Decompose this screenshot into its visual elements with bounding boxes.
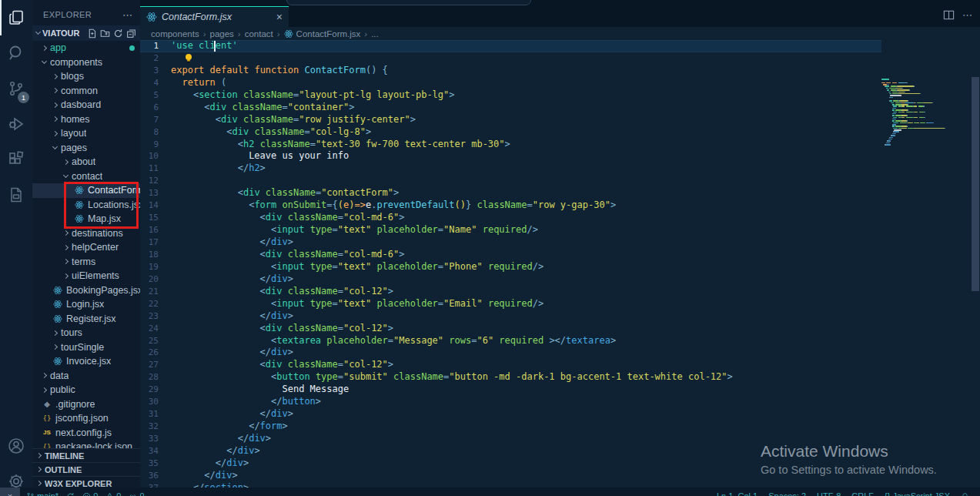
project-root-row[interactable]: VIATOUR: [32, 25, 140, 41]
refresh-icon[interactable]: [113, 28, 123, 39]
code-line[interactable]: 26 </div>: [140, 347, 980, 359]
tree-item-uielements[interactable]: uiElements: [32, 269, 140, 283]
source-control-icon[interactable]: 1: [0, 71, 32, 106]
status-item[interactable]: Spaces: 2: [768, 491, 806, 496]
new-folder-icon[interactable]: [100, 28, 110, 39]
code-line[interactable]: 22 <input type="text" placeholder="Email…: [140, 298, 980, 310]
code-line[interactable]: 11 </h2>: [140, 163, 980, 175]
status-branch-icon[interactable]: main*: [26, 491, 59, 496]
status-error-icon[interactable]: 0: [82, 491, 98, 496]
code-line[interactable]: 17 </div>: [140, 236, 980, 249]
code-line[interactable]: 7 <div className="row justify-center">: [140, 114, 980, 126]
code-line[interactable]: 14 <form onSubmit={(e)=>e.preventDefault…: [140, 199, 980, 212]
tree-item-jsconfig-json[interactable]: {}jsconfig.json: [32, 411, 140, 426]
tree-item-map-jsx[interactable]: Map.jsx: [32, 212, 140, 226]
code-line[interactable]: 24 <div className="col-12">: [140, 323, 980, 335]
code-line[interactable]: 13 <div className="contactForm">: [140, 187, 980, 199]
lightbulb-icon[interactable]: [184, 53, 193, 63]
tree-item-bookingpages-jsx[interactable]: BookingPages.jsx: [32, 283, 140, 298]
tree-item-helpcenter[interactable]: helpCenter: [32, 240, 140, 255]
code-line[interactable]: 2: [140, 52, 980, 65]
tab-contactform[interactable]: ContactForm.jsx ×: [140, 6, 289, 27]
section-timeline[interactable]: TIMELINE: [32, 448, 140, 462]
breadcrumb-item[interactable]: contact: [245, 29, 273, 39]
tree-item-toursingle[interactable]: tourSingle: [32, 340, 140, 355]
code-line[interactable]: 27 <div className="col-12">: [140, 359, 980, 371]
tree-item-common[interactable]: common: [32, 84, 140, 99]
tree-item-homes[interactable]: homes: [32, 112, 140, 127]
tree-item-contact[interactable]: contact: [32, 169, 140, 184]
code-line[interactable]: 4 return (: [140, 77, 980, 89]
tree-item-layout[interactable]: layout: [32, 126, 140, 141]
code-line[interactable]: 35 </div>: [140, 457, 980, 470]
code-line[interactable]: 9 <h2 className="text-30 fw-700 text-cen…: [140, 139, 980, 151]
tree-item-blogs[interactable]: blogs: [32, 69, 140, 84]
status-item[interactable]: {} JavaScript JSX: [885, 491, 950, 496]
notifications-bell-icon[interactable]: [961, 492, 969, 496]
command-center[interactable]: [286, 0, 531, 5]
breadcrumb-item[interactable]: pages: [210, 29, 234, 39]
status-sync-icon[interactable]: [66, 492, 75, 496]
status-item[interactable]: CRLF: [851, 491, 874, 496]
tree-item-about[interactable]: about: [32, 155, 140, 169]
code-line[interactable]: 21 <div className="col-12">: [140, 286, 980, 298]
code-line[interactable]: 16 <input type="text" placeholder="Name"…: [140, 224, 980, 236]
code-line[interactable]: 18 <div className="col-md-6">: [140, 249, 980, 261]
code-line[interactable]: 23 </div>: [140, 310, 980, 323]
breadcrumb-item[interactable]: ContactForm.jsx: [284, 29, 361, 39]
tree-item-data[interactable]: data: [32, 369, 140, 384]
code-line[interactable]: 34 </div>: [140, 445, 980, 457]
account-icon[interactable]: [0, 428, 32, 464]
tab-close-icon[interactable]: ×: [276, 11, 283, 23]
new-file-icon[interactable]: [87, 28, 97, 39]
split-editor-icon[interactable]: [943, 9, 955, 21]
tree-item-terms[interactable]: terms: [32, 255, 140, 270]
mpu-document-icon[interactable]: [0, 177, 32, 213]
breadcrumb-item[interactable]: ...: [371, 29, 379, 39]
code-line[interactable]: 19 <input type="text" placeholder="Phone…: [140, 261, 980, 273]
explorer-icon[interactable]: [0, 0, 32, 35]
editor-more-icon[interactable]: ⋯: [962, 9, 972, 21]
code-line[interactable]: 10 Leave us your info: [140, 150, 980, 163]
tree-item-dasboard[interactable]: dasboard: [32, 98, 140, 112]
tree-item-components[interactable]: components: [32, 55, 140, 70]
code-line[interactable]: 29 Send Message: [140, 384, 980, 396]
run-debug-icon[interactable]: [0, 106, 32, 142]
code-line[interactable]: 12: [140, 175, 980, 187]
code-line[interactable]: 8 <div className="col-lg-8">: [140, 126, 980, 139]
code-line[interactable]: 31 </div>: [140, 408, 980, 421]
code-line[interactable]: 6 <div className="container">: [140, 102, 980, 114]
tree-item-package-lock-json[interactable]: {}package-lock.json: [32, 440, 140, 448]
tree-item-login-jsx[interactable]: Login.jsx: [32, 297, 140, 312]
tree-item-contactform-jsx[interactable]: ContactForm.jsx: [32, 183, 140, 198]
status-item[interactable]: UTF-8: [817, 491, 841, 496]
code-line[interactable]: 1'use client': [140, 40, 980, 52]
code-line[interactable]: 28 <button type="submit" className="butt…: [140, 371, 980, 384]
code-line[interactable]: 32 </form>: [140, 421, 980, 433]
remote-indicator[interactable]: ×: [0, 488, 20, 496]
status-broadcast-icon[interactable]: 0: [129, 491, 144, 496]
code-line[interactable]: 33 </div>: [140, 433, 980, 445]
tree-item-tours[interactable]: tours: [32, 326, 140, 340]
extensions-icon[interactable]: [0, 142, 32, 177]
code-line[interactable]: 30 </button>: [140, 396, 980, 408]
tree-item-invoice-jsx[interactable]: Invoice.jsx: [32, 354, 140, 369]
status-item[interactable]: Ln 1, Col 1: [717, 491, 758, 496]
tree-item-next-config-js[interactable]: JSnext.config.js: [32, 426, 140, 441]
code-line[interactable]: 20 </div>: [140, 273, 980, 286]
tree-item-app[interactable]: app: [32, 41, 140, 55]
collapse-all-icon[interactable]: [126, 28, 136, 39]
code-line[interactable]: 3export default function ContactForm() {: [140, 65, 980, 77]
tree-item-register-jsx[interactable]: Register.jsx: [32, 312, 140, 327]
section-outline[interactable]: OUTLINE: [32, 462, 140, 476]
tree-item-locations-jsx[interactable]: Locations.jsx: [32, 198, 140, 213]
search-icon[interactable]: [0, 35, 32, 71]
breadcrumb-item[interactable]: components: [151, 29, 199, 39]
code-line[interactable]: 36 </div>: [140, 470, 980, 482]
code-line[interactable]: 5 <section className="layout-pt-lg layou…: [140, 89, 980, 102]
tree-item-pages[interactable]: pages: [32, 141, 140, 156]
tree-item-destinations[interactable]: destinations: [32, 226, 140, 241]
code-line[interactable]: 25 <textarea placeholder="Message" rows=…: [140, 335, 980, 347]
explorer-more-icon[interactable]: ⋯: [122, 9, 132, 21]
code-line[interactable]: 15 <div className="col-md-6">: [140, 212, 980, 224]
